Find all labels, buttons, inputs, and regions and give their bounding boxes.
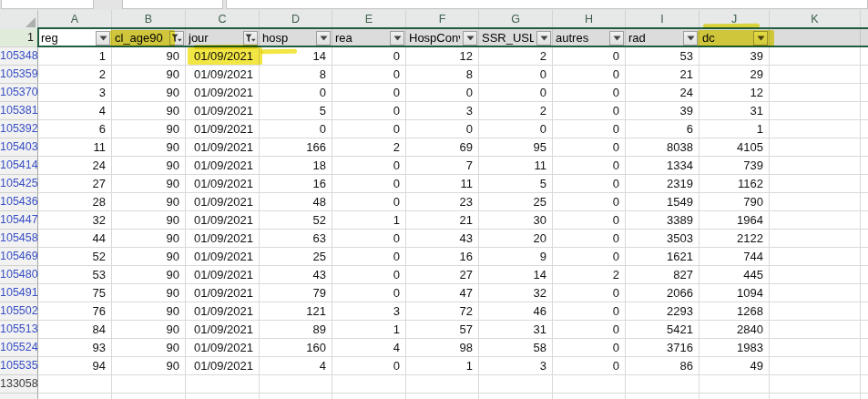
- cell-rea[interactable]: 0: [332, 47, 406, 66]
- cell-rad[interactable]: 86: [626, 357, 700, 375]
- cell-reg[interactable]: 24: [38, 157, 112, 175]
- cell-autres[interactable]: 0: [553, 66, 626, 84]
- cell-HospConv[interactable]: 27: [406, 266, 479, 284]
- row-number[interactable]: 105502: [0, 302, 38, 321]
- cell-autres[interactable]: 2: [553, 266, 626, 284]
- row-number[interactable]: 105458: [0, 230, 38, 248]
- cell-jour[interactable]: 01/09/2021: [186, 211, 260, 230]
- cell-jour[interactable]: 01/09/2021: [186, 266, 260, 284]
- cell-SSR_USLD[interactable]: 95: [479, 138, 553, 157]
- cell-rea[interactable]: 0: [332, 84, 406, 102]
- cell-hosp[interactable]: 5: [260, 102, 332, 120]
- cell-empty[interactable]: [112, 394, 186, 399]
- cell-hosp[interactable]: 8: [260, 66, 332, 84]
- cell-rad[interactable]: 6: [626, 120, 700, 138]
- name-box-edge[interactable]: [1, 0, 94, 9]
- cell-empty-K[interactable]: [770, 321, 861, 339]
- cell-jour[interactable]: 01/09/2021: [186, 339, 260, 357]
- cell-empty[interactable]: [700, 375, 770, 394]
- cell-empty-K[interactable]: [770, 230, 861, 248]
- cell-rad[interactable]: 1621: [626, 248, 700, 266]
- cell-empty[interactable]: [332, 394, 406, 399]
- cell-empty-K[interactable]: [770, 138, 861, 157]
- cell-cl_age90[interactable]: 90: [112, 84, 186, 102]
- cell-empty[interactable]: [112, 375, 186, 394]
- cell-dc[interactable]: 1: [700, 120, 770, 138]
- cell-hosp[interactable]: 166: [260, 138, 332, 157]
- column-header-I[interactable]: I: [626, 10, 700, 29]
- cell-empty-K[interactable]: [770, 357, 861, 375]
- cell-autres[interactable]: 0: [553, 138, 626, 157]
- cell-HospConv[interactable]: 3: [406, 102, 479, 120]
- cell-HospConv[interactable]: 69: [406, 138, 479, 157]
- cell-autres[interactable]: 0: [553, 157, 626, 175]
- cell-dc[interactable]: 39: [700, 47, 770, 66]
- cell-rad[interactable]: 3503: [626, 230, 700, 248]
- cell-rea[interactable]: 0: [332, 357, 406, 375]
- cell-HospConv[interactable]: 8: [406, 66, 479, 84]
- cell-jour[interactable]: 01/09/2021: [186, 66, 260, 84]
- cell-rad[interactable]: 2066: [626, 284, 700, 302]
- cell-reg[interactable]: 94: [38, 357, 112, 375]
- cell-hosp[interactable]: 16: [260, 175, 332, 193]
- cell-reg[interactable]: 53: [38, 266, 112, 284]
- cell-empty[interactable]: [406, 375, 479, 394]
- row-number[interactable]: 105524: [0, 339, 38, 357]
- cell-cl_age90[interactable]: 90: [112, 120, 186, 138]
- cell-jour[interactable]: 01/09/2021: [186, 102, 260, 120]
- cell-hosp[interactable]: 4: [260, 357, 332, 375]
- cell-hosp[interactable]: 121: [260, 302, 332, 321]
- cell-hosp[interactable]: 0: [260, 120, 332, 138]
- cell-empty-K[interactable]: [770, 102, 861, 120]
- cell-HospConv[interactable]: 21: [406, 211, 479, 230]
- cell-rea[interactable]: 0: [332, 266, 406, 284]
- cell-SSR_USLD[interactable]: 0: [479, 84, 553, 102]
- cell-empty-K[interactable]: [770, 193, 861, 211]
- cell-cl_age90[interactable]: 90: [112, 302, 186, 321]
- cell-hosp[interactable]: 63: [260, 230, 332, 248]
- cell-empty[interactable]: [38, 394, 112, 399]
- cell-rad[interactable]: 2293: [626, 302, 700, 321]
- cell-dc[interactable]: 49: [700, 357, 770, 375]
- cell-hosp[interactable]: 52: [260, 211, 332, 230]
- row-number[interactable]: 105436: [0, 193, 38, 211]
- cell-dc[interactable]: 31: [700, 102, 770, 120]
- cell-empty[interactable]: [626, 375, 700, 394]
- cell-SSR_USLD[interactable]: 58: [479, 339, 553, 357]
- cell-autres[interactable]: 0: [553, 230, 626, 248]
- cell-empty[interactable]: [553, 375, 626, 394]
- cell-cl_age90[interactable]: 90: [112, 175, 186, 193]
- cell-SSR_USLD[interactable]: 30: [479, 211, 553, 230]
- cell-empty[interactable]: [479, 394, 553, 399]
- filter-dropdown-button[interactable]: [683, 31, 698, 46]
- cell-SSR_USLD[interactable]: 11: [479, 157, 553, 175]
- cell-jour[interactable]: 01/09/2021: [186, 357, 260, 375]
- cell-jour[interactable]: 01/09/2021: [186, 302, 260, 321]
- cell-rea[interactable]: 0: [332, 230, 406, 248]
- cell-hosp[interactable]: 43: [260, 266, 332, 284]
- cell-SSR_USLD[interactable]: 46: [479, 302, 553, 321]
- cell-rea[interactable]: 3: [332, 302, 406, 321]
- column-header-K[interactable]: K: [770, 10, 861, 29]
- cell-empty[interactable]: [260, 394, 332, 399]
- cell-HospConv[interactable]: 98: [406, 339, 479, 357]
- cell-HospConv[interactable]: 11: [406, 175, 479, 193]
- cell-SSR_USLD[interactable]: 31: [479, 321, 553, 339]
- cell-rad[interactable]: 1549: [626, 193, 700, 211]
- cell-hosp[interactable]: 48: [260, 193, 332, 211]
- cell-HospConv[interactable]: 72: [406, 302, 479, 321]
- cell-SSR_USLD[interactable]: 5: [479, 175, 553, 193]
- cell-dc[interactable]: 1964: [700, 211, 770, 230]
- cell-SSR_USLD[interactable]: 0: [479, 120, 553, 138]
- row-number[interactable]: 1: [0, 29, 38, 47]
- cell-jour[interactable]: 01/09/2021: [186, 321, 260, 339]
- cell-reg[interactable]: 27: [38, 175, 112, 193]
- cell-empty-K[interactable]: [770, 157, 861, 175]
- cell-SSR_USLD[interactable]: 14: [479, 266, 553, 284]
- cell-autres[interactable]: 0: [553, 211, 626, 230]
- cell-cl_age90[interactable]: 90: [112, 248, 186, 266]
- cell-jour[interactable]: 01/09/2021: [186, 157, 260, 175]
- cell-empty[interactable]: [260, 375, 332, 394]
- cell-dc[interactable]: 29: [700, 66, 770, 84]
- cell-reg[interactable]: 2: [38, 66, 112, 84]
